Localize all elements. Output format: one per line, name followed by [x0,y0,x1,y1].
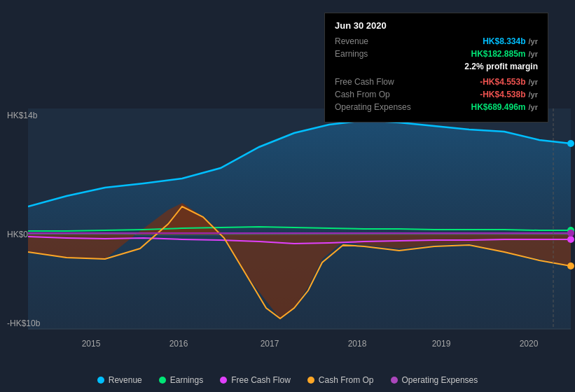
tooltip-earnings-row: Earnings HK$182.885m/yr [335,49,538,59]
tooltip-cashfromop-value: -HK$4.538b/yr [480,90,538,99]
x-label-2019: 2019 [432,339,451,349]
x-label-2015: 2015 [82,339,101,349]
y-axis-top-label: HK$14b [7,111,37,120]
legend-cashfromop[interactable]: Cash From Op [307,375,374,385]
tooltip-fcf-label: Free Cash Flow [335,77,412,87]
x-label-2017: 2017 [261,339,279,349]
tooltip-cashfromop-label: Cash From Op [335,90,412,99]
tooltip-margin-value: 2.2% profit margin [464,62,538,71]
svg-point-4 [567,140,574,147]
x-label-2016: 2016 [169,339,188,349]
legend-earnings[interactable]: Earnings [159,375,203,385]
tooltip-revenue-value: HK$8.334b/yr [483,36,538,46]
legend-earnings-dot [159,377,166,384]
data-tooltip: Jun 30 2020 Revenue HK$8.334b/yr Earning… [324,13,548,122]
legend-earnings-label: Earnings [170,375,203,385]
legend-fcf[interactable]: Free Cash Flow [220,375,291,385]
legend-revenue-dot [97,377,104,384]
tooltip-revenue-row: Revenue HK$8.334b/yr [335,36,538,46]
legend-opex-dot [391,377,398,384]
tooltip-fcf-value: -HK$4.553b/yr [480,77,538,87]
legend-cashfromop-dot [307,377,314,384]
svg-point-7 [567,262,574,270]
x-label-2018: 2018 [348,339,367,349]
svg-point-8 [567,230,574,237]
svg-point-6 [567,236,574,243]
legend-cashfromop-label: Cash From Op [319,375,374,385]
tooltip-earnings-label: Earnings [335,49,412,59]
tooltip-fcf-row: Free Cash Flow -HK$4.553b/yr [335,77,538,87]
x-label-2020: 2020 [520,339,539,349]
tooltip-opex-value: HK$689.496m/yr [471,102,538,112]
legend-fcf-label: Free Cash Flow [231,375,291,385]
chart-legend: Revenue Earnings Free Cash Flow Cash Fro… [0,375,575,385]
tooltip-margin-row: 2.2% profit margin [335,62,538,71]
legend-opex[interactable]: Operating Expenses [391,375,478,385]
legend-opex-label: Operating Expenses [402,375,478,385]
legend-revenue-label: Revenue [109,375,142,385]
legend-fcf-dot [220,377,227,384]
chart-container: HK$14b HK$0 -HK$10b 2015 2016 2017 2018 … [0,0,575,392]
tooltip-opex-label: Operating Expenses [335,102,412,112]
tooltip-revenue-label: Revenue [335,36,412,46]
y-axis-zero-label: HK$0 [7,230,28,239]
tooltip-opex-row: Operating Expenses HK$689.496m/yr [335,102,538,112]
y-axis-bottom-label: -HK$10b [7,318,40,328]
tooltip-date: Jun 30 2020 [335,20,538,31]
legend-revenue[interactable]: Revenue [97,375,142,385]
tooltip-earnings-value: HK$182.885m/yr [471,49,538,59]
tooltip-cashfromop-row: Cash From Op -HK$4.538b/yr [335,90,538,99]
